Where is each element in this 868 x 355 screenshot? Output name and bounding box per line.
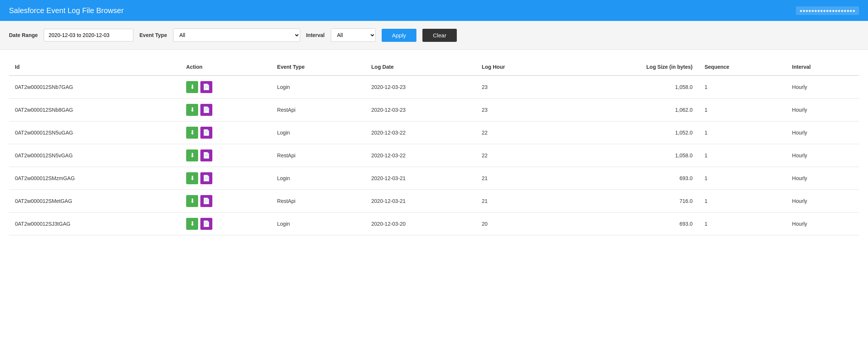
- cell-log-size: 1,058.0: [560, 75, 698, 99]
- app-title: Salesforce Event Log File Browser: [9, 6, 124, 15]
- download-button[interactable]: ⬇: [186, 195, 198, 207]
- cell-interval: Hourly: [786, 99, 859, 121]
- table-row: 0AT2w000012SNb8GAG ⬇ 📄 RestApi 2020-12-0…: [9, 99, 859, 121]
- apply-button[interactable]: Apply: [382, 29, 417, 42]
- cell-sequence: 1: [699, 75, 786, 99]
- cell-action: ⬇ 📄: [180, 99, 271, 121]
- cell-action: ⬇ 📄: [180, 190, 271, 213]
- cell-log-hour: 23: [476, 75, 560, 99]
- date-range-input[interactable]: [44, 29, 133, 41]
- cell-event-type: RestApi: [271, 190, 365, 213]
- cell-event-type: Login: [271, 167, 365, 190]
- cell-interval: Hourly: [786, 167, 859, 190]
- cell-log-hour: 22: [476, 144, 560, 167]
- cell-log-size: 693.0: [560, 167, 698, 190]
- cell-id: 0AT2w000012SN5vGAG: [9, 144, 180, 167]
- table-row: 0AT2w000012SJ3tGAG ⬇ 📄 Login 2020-12-03-…: [9, 213, 859, 235]
- cell-sequence: 1: [699, 213, 786, 235]
- cell-id: 0AT2w000012SMzmGAG: [9, 167, 180, 190]
- download-button[interactable]: ⬇: [186, 149, 198, 161]
- interval-label: Interval: [306, 32, 325, 38]
- col-header-log-size: Log Size (in bytes): [560, 59, 698, 75]
- cell-log-hour: 22: [476, 121, 560, 144]
- download-button[interactable]: ⬇: [186, 81, 198, 93]
- cell-event-type: RestApi: [271, 144, 365, 167]
- cell-log-date: 2020-12-03-20: [365, 213, 475, 235]
- view-button[interactable]: 📄: [200, 127, 212, 139]
- cell-id: 0AT2w000012SMetGAG: [9, 190, 180, 213]
- cell-interval: Hourly: [786, 121, 859, 144]
- view-button[interactable]: 📄: [200, 218, 212, 230]
- cell-id: 0AT2w000012SNb8GAG: [9, 99, 180, 121]
- col-header-id: Id: [9, 59, 180, 75]
- interval-select[interactable]: All Hourly Daily: [331, 28, 376, 42]
- table-row: 0AT2w000012SMetGAG ⬇ 📄 RestApi 2020-12-0…: [9, 190, 859, 213]
- filter-bar: Date Range Event Type All Login RestApi …: [0, 21, 868, 50]
- col-header-action: Action: [180, 59, 271, 75]
- cell-sequence: 1: [699, 190, 786, 213]
- cell-log-date: 2020-12-03-23: [365, 99, 475, 121]
- col-header-interval: Interval: [786, 59, 859, 75]
- table-row: 0AT2w000012SMzmGAG ⬇ 📄 Login 2020-12-03-…: [9, 167, 859, 190]
- cell-sequence: 1: [699, 99, 786, 121]
- cell-log-hour: 20: [476, 213, 560, 235]
- cell-log-hour: 21: [476, 190, 560, 213]
- cell-log-date: 2020-12-03-22: [365, 121, 475, 144]
- cell-event-type: Login: [271, 75, 365, 99]
- table-row: 0AT2w000012SN5vGAG ⬇ 📄 RestApi 2020-12-0…: [9, 144, 859, 167]
- cell-log-size: 1,058.0: [560, 144, 698, 167]
- cell-id: 0AT2w000012SNb7GAG: [9, 75, 180, 99]
- cell-log-date: 2020-12-03-21: [365, 190, 475, 213]
- cell-interval: Hourly: [786, 75, 859, 99]
- app-header: Salesforce Event Log File Browser ●●●●●●…: [0, 0, 868, 21]
- event-type-select[interactable]: All Login RestApi Apex API Dashboard Rep…: [173, 28, 300, 42]
- log-table: Id Action Event Type Log Date Log Hour L…: [9, 59, 859, 235]
- view-button[interactable]: 📄: [200, 149, 212, 161]
- cell-action: ⬇ 📄: [180, 167, 271, 190]
- cell-event-type: Login: [271, 121, 365, 144]
- cell-sequence: 1: [699, 144, 786, 167]
- view-button[interactable]: 📄: [200, 104, 212, 116]
- col-header-event-type: Event Type: [271, 59, 365, 75]
- download-button[interactable]: ⬇: [186, 172, 198, 184]
- cell-action: ⬇ 📄: [180, 144, 271, 167]
- view-button[interactable]: 📄: [200, 172, 212, 184]
- cell-sequence: 1: [699, 167, 786, 190]
- cell-interval: Hourly: [786, 144, 859, 167]
- download-button[interactable]: ⬇: [186, 104, 198, 116]
- cell-log-size: 693.0: [560, 213, 698, 235]
- col-header-sequence: Sequence: [699, 59, 786, 75]
- cell-interval: Hourly: [786, 213, 859, 235]
- download-button[interactable]: ⬇: [186, 127, 198, 139]
- cell-sequence: 1: [699, 121, 786, 144]
- download-button[interactable]: ⬇: [186, 218, 198, 230]
- cell-log-size: 1,052.0: [560, 121, 698, 144]
- cell-id: 0AT2w000012SJ3tGAG: [9, 213, 180, 235]
- clear-button[interactable]: Clear: [422, 29, 457, 42]
- cell-id: 0AT2w000012SN5uGAG: [9, 121, 180, 144]
- cell-log-date: 2020-12-03-21: [365, 167, 475, 190]
- cell-event-type: RestApi: [271, 99, 365, 121]
- date-range-label: Date Range: [9, 32, 38, 38]
- cell-log-date: 2020-12-03-22: [365, 144, 475, 167]
- table-row: 0AT2w000012SN5uGAG ⬇ 📄 Login 2020-12-03-…: [9, 121, 859, 144]
- view-button[interactable]: 📄: [200, 81, 212, 93]
- cell-log-hour: 23: [476, 99, 560, 121]
- table-row: 0AT2w000012SNb7GAG ⬇ 📄 Login 2020-12-03-…: [9, 75, 859, 99]
- col-header-log-date: Log Date: [365, 59, 475, 75]
- table-header-row: Id Action Event Type Log Date Log Hour L…: [9, 59, 859, 75]
- header-user: ●●●●●●●●●●●●●●●●●●●: [796, 6, 859, 15]
- view-button[interactable]: 📄: [200, 195, 212, 207]
- cell-log-hour: 21: [476, 167, 560, 190]
- cell-action: ⬇ 📄: [180, 213, 271, 235]
- cell-action: ⬇ 📄: [180, 75, 271, 99]
- cell-log-date: 2020-12-03-23: [365, 75, 475, 99]
- event-type-label: Event Type: [139, 32, 167, 38]
- cell-log-size: 716.0: [560, 190, 698, 213]
- cell-event-type: Login: [271, 213, 365, 235]
- col-header-log-hour: Log Hour: [476, 59, 560, 75]
- main-content: Id Action Event Type Log Date Log Hour L…: [0, 50, 868, 244]
- cell-action: ⬇ 📄: [180, 121, 271, 144]
- cell-log-size: 1,062.0: [560, 99, 698, 121]
- cell-interval: Hourly: [786, 190, 859, 213]
